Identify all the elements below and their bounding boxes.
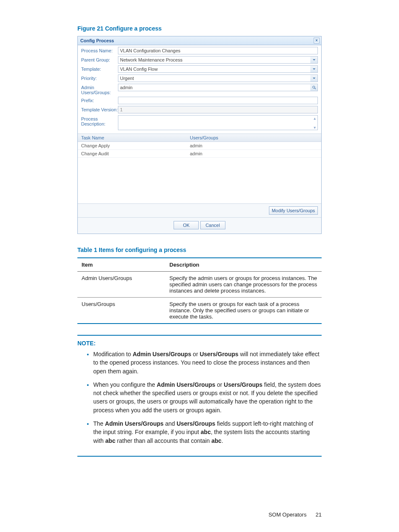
grid-cell-task: Change Apply: [78, 142, 187, 149]
dialog-title-text: Config Process: [80, 38, 114, 43]
label-prefix: Prefix:: [81, 97, 118, 103]
label-process-name: Process Name:: [81, 47, 118, 53]
grid-cell-task: Change Audit: [78, 150, 187, 157]
td-item: Users/Groups: [77, 298, 165, 324]
config-process-dialog: Config Process × Process Name: Parent Gr…: [77, 36, 322, 234]
note-text: Modification to: [93, 351, 133, 357]
label-priority: Priority:: [81, 75, 118, 81]
chevron-down-icon[interactable]: [310, 65, 318, 73]
priority-combo[interactable]: [118, 75, 318, 82]
table-caption: Table 1 Items for configuring a process: [77, 247, 322, 253]
page-footer: SOM Operators 21: [269, 511, 322, 518]
note-bold: Users/Groups: [176, 420, 215, 427]
svg-line-1: [315, 88, 316, 89]
note-text: The: [93, 420, 105, 427]
dialog-title-bar: Config Process ×: [78, 36, 321, 45]
cancel-button[interactable]: Cancel: [200, 221, 225, 229]
note-text: and: [164, 420, 176, 427]
grid-cell-ug: admin: [187, 142, 321, 149]
grid-header-users-groups: Users/Groups: [187, 134, 321, 141]
process-name-input[interactable]: [118, 47, 318, 54]
note-item: When you configure the Admin Users/Group…: [93, 380, 322, 414]
template-version-input: [118, 106, 318, 113]
label-template-version: Template Version:: [81, 106, 118, 112]
tasks-grid: Task Name Users/Groups Change Apply admi…: [78, 134, 321, 204]
note-text: .: [222, 437, 223, 444]
note-text: When you configure the: [93, 381, 157, 388]
modify-users-groups-button[interactable]: Modify Users/Groups: [269, 206, 318, 215]
template-combo[interactable]: [118, 65, 318, 73]
prefix-input[interactable]: [118, 97, 318, 104]
caret-down-icon[interactable]: ▾: [312, 125, 317, 130]
note-bold: Admin Users/Groups: [105, 420, 164, 427]
note-heading: NOTE:: [77, 335, 322, 347]
chevron-down-icon[interactable]: [310, 56, 318, 64]
note-bold: Users/Groups: [200, 351, 238, 357]
close-icon[interactable]: ×: [314, 38, 320, 44]
th-desc: Description: [165, 258, 322, 272]
note-text: or: [191, 351, 200, 357]
search-icon[interactable]: [310, 84, 318, 91]
note-item: Modification to Admin Users/Groups or Us…: [93, 350, 322, 375]
label-process-description: Process Description:: [81, 115, 118, 126]
note-bold: Admin Users/Groups: [133, 351, 191, 357]
note-text: or: [215, 381, 224, 388]
admin-users-groups-input[interactable]: [118, 84, 318, 91]
grid-row[interactable]: Change Apply admin: [78, 142, 321, 150]
note-list: Modification to Admin Users/Groups or Us…: [77, 350, 322, 457]
table-row: Admin Users/Groups Specify the admin use…: [77, 272, 322, 298]
process-description-textarea[interactable]: [118, 115, 318, 130]
td-item: Admin Users/Groups: [77, 272, 165, 298]
parent-group-combo[interactable]: [118, 56, 318, 64]
ok-button[interactable]: OK: [174, 221, 199, 229]
note-bold: Users/Groups: [224, 381, 263, 388]
grid-empty-area: [78, 158, 321, 204]
caret-up-icon[interactable]: ▴: [312, 116, 317, 121]
figure-caption: Figure 21 Configure a process: [77, 25, 322, 32]
note-text: rather than all accounts that contain: [115, 437, 212, 444]
note-bold: Admin Users/Groups: [157, 381, 215, 388]
note-bold: abc: [105, 437, 115, 444]
footer-page-number: 21: [316, 511, 322, 518]
th-item: Item: [77, 258, 165, 272]
svg-point-0: [312, 86, 315, 88]
note-item: The Admin Users/Groups and Users/Groups …: [93, 419, 322, 445]
grid-cell-ug: admin: [187, 150, 321, 157]
items-table: Item Description Admin Users/Groups Spec…: [77, 257, 322, 324]
note-bold: abc: [212, 437, 222, 444]
grid-row[interactable]: Change Audit admin: [78, 150, 321, 158]
label-template: Template:: [81, 65, 118, 72]
td-desc: Specify the admin users or groups for pr…: [165, 272, 322, 298]
note-bold: abc: [201, 429, 211, 435]
chevron-down-icon[interactable]: [310, 75, 318, 82]
table-row: Users/Groups Specify the users or groups…: [77, 298, 322, 324]
label-parent-group: Parent Group:: [81, 56, 118, 62]
label-admin-users-groups: Admin Users/Groups:: [81, 84, 118, 95]
td-desc: Specify the users or groups for each tas…: [165, 298, 322, 324]
grid-header-task: Task Name: [78, 134, 187, 141]
footer-section: SOM Operators: [269, 511, 307, 518]
